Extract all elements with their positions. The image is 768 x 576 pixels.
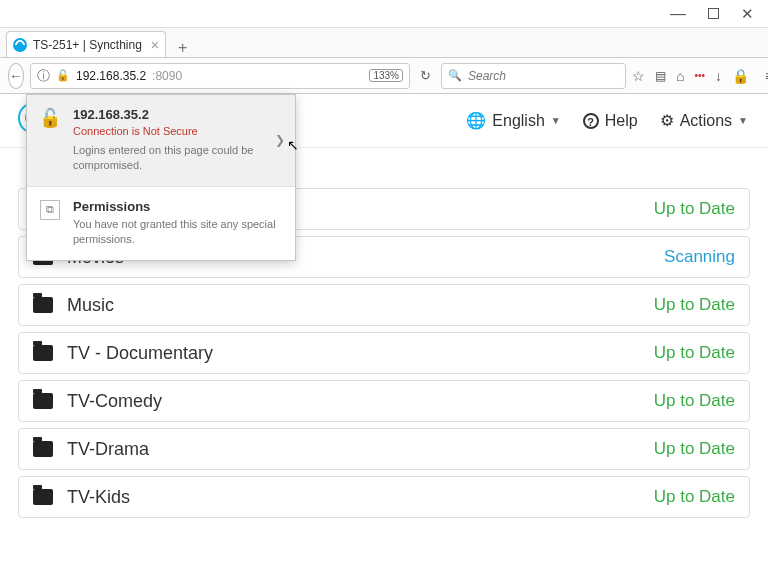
folder-row[interactable]: TV-ComedyUp to Date (18, 380, 750, 422)
folder-name: TV-Kids (67, 487, 130, 508)
zoom-indicator[interactable]: 133% (369, 69, 403, 82)
url-host: 192.168.35.2 (76, 69, 146, 83)
popover-warning: Connection is Not Secure (73, 125, 283, 137)
search-bar[interactable]: 🔍 (441, 63, 626, 89)
actions-menu[interactable]: ⚙ Actions ▼ (660, 111, 748, 130)
connection-security-section[interactable]: 🔓 192.168.35.2 Connection is Not Secure … (27, 95, 295, 186)
site-identity-popover: 🔓 192.168.35.2 Connection is Not Secure … (26, 94, 296, 261)
folder-icon (33, 441, 53, 457)
browser-tabstrip: TS-251+ | Syncthing × + (0, 28, 768, 58)
popover-host: 192.168.35.2 (73, 107, 283, 122)
insecure-lock-icon: 🔓 (39, 107, 61, 129)
folder-status: Up to Date (654, 391, 735, 411)
maximize-button[interactable] (708, 8, 719, 19)
search-icon: 🔍 (448, 69, 462, 82)
help-link[interactable]: ? Help (583, 112, 638, 130)
folder-status: Up to Date (654, 487, 735, 507)
lock-icon[interactable]: 🔒 (732, 68, 749, 84)
gear-icon: ⚙ (660, 111, 674, 130)
permissions-section: ⧉ Permissions You have not granted this … (27, 186, 295, 260)
bookmark-star-icon[interactable]: ☆ (632, 68, 645, 84)
folder-row[interactable]: TV-DramaUp to Date (18, 428, 750, 470)
permissions-detail: You have not granted this site any speci… (73, 217, 283, 248)
popover-detail: Logins entered on this page could be com… (73, 143, 283, 174)
folder-icon (33, 393, 53, 409)
folder-icon (33, 297, 53, 313)
language-menu[interactable]: 🌐 English ▼ (466, 111, 560, 130)
close-button[interactable]: ✕ (741, 5, 754, 23)
permissions-icon: ⧉ (39, 199, 61, 221)
folder-name: TV-Comedy (67, 391, 162, 412)
browser-tab[interactable]: TS-251+ | Syncthing × (6, 31, 166, 57)
folder-status: Scanning (664, 247, 735, 267)
folder-icon (33, 345, 53, 361)
folder-status: Up to Date (654, 295, 735, 315)
url-port: :8090 (152, 69, 182, 83)
chevron-down-icon: ▼ (738, 115, 748, 126)
address-bar[interactable]: ⓘ 🔓 192.168.35.2:8090 133% (30, 63, 410, 89)
library-icon[interactable]: ▤ (655, 69, 666, 83)
identity-icon[interactable]: ⓘ (37, 67, 50, 85)
folder-name: TV - Documentary (67, 343, 213, 364)
new-tab-button[interactable]: + (172, 39, 193, 57)
folder-status: Up to Date (654, 343, 735, 363)
window-titlebar: — ✕ (0, 0, 768, 28)
globe-icon: 🌐 (466, 111, 486, 130)
browser-toolbar: ← ⓘ 🔓 192.168.35.2:8090 133% ↻ 🔍 ☆ ▤ ⌂ •… (0, 58, 768, 94)
folder-row[interactable]: TV-KidsUp to Date (18, 476, 750, 518)
folder-name: Music (67, 295, 114, 316)
extension-icon[interactable]: ••• (694, 70, 705, 81)
reload-button[interactable]: ↻ (416, 68, 435, 83)
minimize-button[interactable]: — (670, 5, 686, 23)
favicon-icon (13, 38, 27, 52)
folder-name: TV-Drama (67, 439, 149, 460)
help-label: Help (605, 112, 638, 130)
back-button[interactable]: ← (8, 63, 24, 89)
security-icon[interactable]: 🔓 (56, 69, 70, 82)
folder-row[interactable]: MusicUp to Date (18, 284, 750, 326)
folder-row[interactable]: TV - DocumentaryUp to Date (18, 332, 750, 374)
home-icon[interactable]: ⌂ (676, 68, 684, 84)
tab-title: TS-251+ | Syncthing (33, 38, 142, 52)
downloads-icon[interactable]: ↓ (715, 68, 722, 84)
actions-label: Actions (680, 112, 732, 130)
folder-status: Up to Date (654, 199, 735, 219)
search-input[interactable] (468, 69, 619, 83)
folder-icon (33, 489, 53, 505)
folder-status: Up to Date (654, 439, 735, 459)
chevron-down-icon: ▼ (551, 115, 561, 126)
permissions-title: Permissions (73, 199, 283, 214)
tab-close-icon[interactable]: × (151, 37, 159, 53)
chevron-right-icon[interactable]: ❯ (275, 133, 285, 147)
language-label: English (492, 112, 544, 130)
help-icon: ? (583, 113, 599, 129)
